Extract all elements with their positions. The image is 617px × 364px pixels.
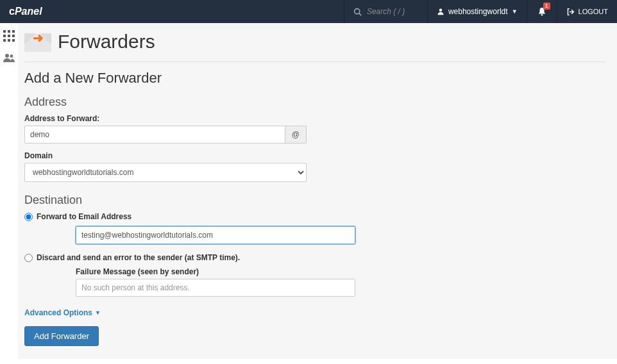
destination-section-heading: Destination: [24, 194, 605, 207]
address-label: Address to Forward:: [24, 114, 605, 123]
svg-point-14: [10, 54, 13, 58]
failure-wrap: Failure Message (seen by sender): [76, 267, 605, 297]
address-section-heading: Address: [24, 95, 605, 109]
top-navbar: cPanel webhostingworldt ▼ 1 LOGOUT: [0, 0, 617, 23]
at-symbol-addon: @: [285, 126, 307, 144]
svg-rect-12: [12, 39, 15, 42]
svg-rect-6: [12, 30, 15, 33]
forward-email-input[interactable]: [76, 226, 355, 244]
search-input[interactable]: [367, 7, 418, 16]
svg-line-1: [359, 13, 361, 15]
page-subtitle: Add a New Forwarder: [24, 70, 605, 87]
caret-down-icon: ▼: [95, 310, 101, 316]
svg-rect-10: [3, 39, 6, 42]
notification-badge: 1: [543, 3, 550, 10]
forward-radio[interactable]: [24, 213, 33, 221]
logout-label: LOGOUT: [579, 8, 608, 15]
page-header: ➜ Forwarders: [24, 28, 605, 59]
svg-point-2: [439, 9, 443, 12]
svg-point-0: [355, 8, 360, 13]
svg-rect-9: [12, 35, 15, 37]
user-icon: [437, 8, 444, 15]
svg-rect-8: [8, 35, 10, 37]
advanced-options-toggle[interactable]: Advanced Options ▼: [24, 308, 101, 317]
svg-rect-4: [3, 30, 6, 33]
failure-message-input[interactable]: [76, 279, 355, 297]
user-menu[interactable]: webhostingworldt ▼: [427, 0, 527, 23]
address-input[interactable]: [24, 126, 285, 144]
svg-rect-7: [3, 35, 6, 37]
svg-rect-5: [8, 30, 10, 33]
divider: [24, 62, 605, 62]
logout-icon: [566, 8, 575, 16]
discard-radio-row: Discard and send an error to the sender …: [24, 253, 605, 262]
forward-radio-label[interactable]: Forward to Email Address: [37, 212, 131, 221]
svg-point-13: [5, 54, 9, 58]
discard-radio[interactable]: [24, 254, 33, 262]
forward-radio-row: Forward to Email Address: [24, 212, 605, 221]
domain-select[interactable]: webhostingworldtutorials.com: [24, 163, 307, 182]
forwarders-icon: ➜: [24, 31, 51, 52]
sidebar-apps-icon[interactable]: [3, 29, 15, 42]
discard-radio-label[interactable]: Discard and send an error to the sender …: [37, 253, 240, 262]
username-label: webhostingworldt: [448, 7, 508, 16]
logout-button[interactable]: LOGOUT: [557, 0, 617, 23]
search-section: [344, 0, 427, 23]
add-forwarder-button[interactable]: Add Forwarder: [24, 326, 99, 346]
caret-down-icon: ▼: [512, 8, 518, 15]
search-icon: [353, 8, 362, 16]
advanced-options-label: Advanced Options: [24, 308, 92, 317]
failure-label: Failure Message (seen by sender): [76, 267, 605, 276]
notifications-button[interactable]: 1: [527, 0, 557, 23]
svg-point-3: [541, 14, 543, 16]
cpanel-logo[interactable]: cPanel: [0, 0, 51, 23]
domain-label: Domain: [24, 151, 605, 160]
forward-email-wrap: [76, 226, 605, 244]
sidebar-users-icon[interactable]: [3, 51, 15, 64]
page-title: Forwarders: [58, 31, 155, 53]
sidebar: [0, 23, 18, 100]
address-input-group: @: [24, 126, 307, 144]
svg-rect-11: [8, 39, 10, 42]
main-content: ➜ Forwarders Add a New Forwarder Address…: [18, 23, 617, 359]
